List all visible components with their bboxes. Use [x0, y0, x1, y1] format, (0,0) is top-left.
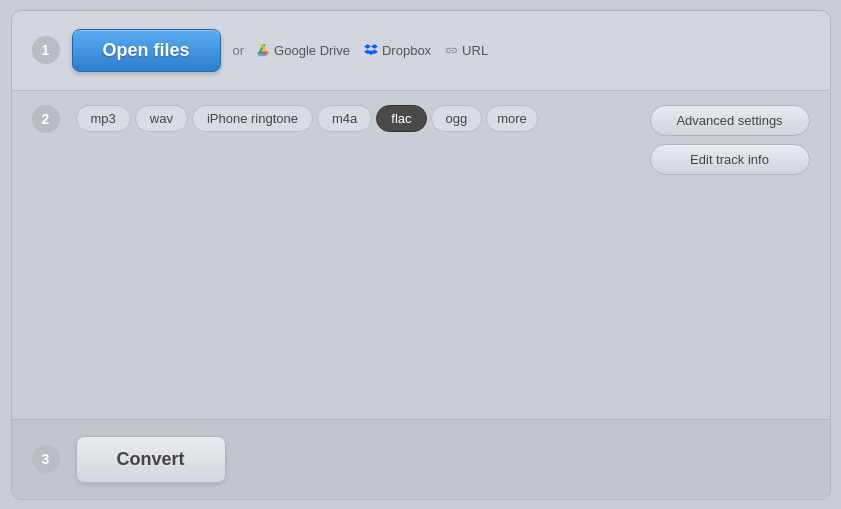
url-link[interactable]: URL [445, 43, 488, 58]
google-drive-link[interactable]: Google Drive [256, 43, 350, 58]
step-3-number: 3 [32, 445, 60, 473]
section-2: 2 mp3 wav iPhone ringtone m4a flac ogg m… [12, 91, 830, 419]
google-drive-label: Google Drive [274, 43, 350, 58]
format-tabs: mp3 wav iPhone ringtone m4a flac ogg mor… [76, 105, 638, 132]
step-2-number: 2 [32, 105, 60, 133]
step-1-number: 1 [32, 36, 60, 64]
format-and-content: mp3 wav iPhone ringtone m4a flac ogg mor… [76, 105, 638, 252]
dropbox-label: Dropbox [382, 43, 431, 58]
or-text: or [233, 43, 245, 58]
convert-button[interactable]: Convert [76, 436, 226, 483]
url-icon [445, 44, 458, 57]
file-drop-area [76, 132, 638, 252]
app-container: 1 Open files or Google Drive Dropbox [11, 10, 831, 500]
advanced-settings-button[interactable]: Advanced settings [650, 105, 810, 136]
more-formats-select[interactable]: more [486, 105, 538, 132]
cloud-links: Google Drive Dropbox URL [256, 43, 488, 58]
dropbox-icon [364, 43, 378, 57]
format-tab-wav[interactable]: wav [135, 105, 188, 132]
open-files-button[interactable]: Open files [72, 29, 221, 72]
format-tab-flac[interactable]: flac [376, 105, 426, 132]
format-tab-iphone-ringtone[interactable]: iPhone ringtone [192, 105, 313, 132]
dropbox-link[interactable]: Dropbox [364, 43, 431, 58]
edit-track-info-button[interactable]: Edit track info [650, 144, 810, 175]
format-tab-ogg[interactable]: ogg [431, 105, 483, 132]
format-tab-m4a[interactable]: m4a [317, 105, 372, 132]
google-drive-icon [256, 43, 270, 57]
format-tab-mp3[interactable]: mp3 [76, 105, 131, 132]
section-2-left: mp3 wav iPhone ringtone m4a flac ogg mor… [76, 105, 810, 405]
url-label: URL [462, 43, 488, 58]
section-2-right: Advanced settings Edit track info [650, 105, 810, 175]
section-1: 1 Open files or Google Drive Dropbox [12, 11, 830, 91]
section-3: 3 Convert [12, 419, 830, 499]
